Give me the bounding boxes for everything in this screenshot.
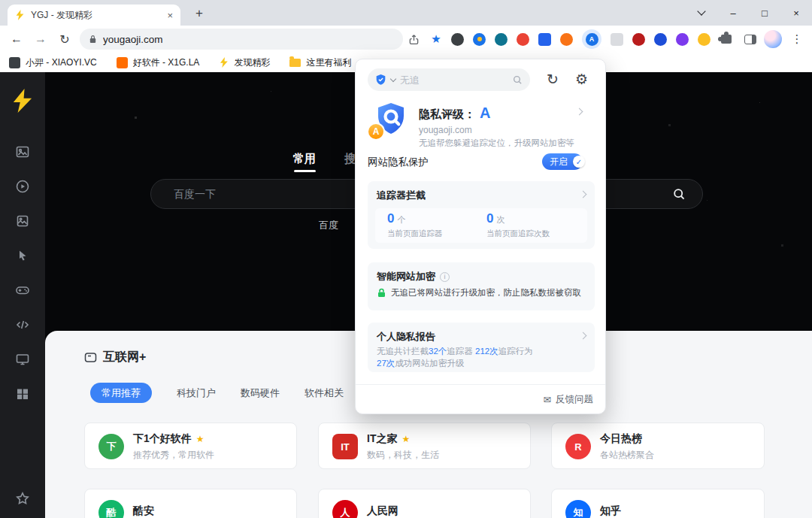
extension-icon-1[interactable] xyxy=(451,33,464,46)
windows-icon[interactable] xyxy=(15,386,30,401)
site-card[interactable]: IT IT之家★ 数码，科技，生活 xyxy=(318,423,531,469)
chevron-right-icon[interactable] xyxy=(580,191,587,198)
card-title: 人民网 xyxy=(367,504,398,518)
bookmark-item[interactable]: 发现精彩 xyxy=(219,56,270,69)
tab-title: YGJ - 发现精彩 xyxy=(31,9,161,22)
chevron-right-icon[interactable] xyxy=(580,332,587,340)
video-icon[interactable] xyxy=(15,179,30,194)
stat-value: 0 xyxy=(486,211,493,226)
extension-icon-3[interactable] xyxy=(495,33,508,46)
encryption-desc: 无追已将网站进行升级加密，防止隐私数据被窃取 xyxy=(391,287,581,298)
extension-icon-6[interactable] xyxy=(560,33,573,46)
tracker-stats: 0个 当前页面追踪器 0次 当前页面追踪次数 xyxy=(375,208,587,243)
settings-gear-icon[interactable]: ⚙ xyxy=(575,70,588,89)
site-logo[interactable] xyxy=(11,89,35,113)
card-title: 知乎 xyxy=(600,504,621,518)
report-text: 追踪行为 xyxy=(498,347,533,356)
star-icon: ★ xyxy=(196,434,205,444)
extension-icon-9[interactable] xyxy=(632,33,645,46)
extension-icon-8[interactable] xyxy=(611,33,623,46)
toggle-label: 开启 xyxy=(550,153,568,170)
tab-close-icon[interactable]: × xyxy=(167,11,173,20)
tab-underline xyxy=(294,170,316,172)
bookmark-folder[interactable]: 这里有福利 xyxy=(289,56,351,69)
window-controls: – □ × xyxy=(686,0,812,26)
image-icon[interactable] xyxy=(15,144,30,159)
rating-badge: A xyxy=(368,124,383,139)
pill-tech-portal[interactable]: 科技门户 xyxy=(177,386,216,400)
section-icon xyxy=(84,351,97,364)
site-card[interactable]: 知 知乎 xyxy=(551,489,765,518)
new-tab-button[interactable]: + xyxy=(189,4,209,23)
extension-icon-12[interactable] xyxy=(698,33,710,46)
side-panel-icon[interactable] xyxy=(740,26,761,53)
extensions-puzzle-icon[interactable] xyxy=(716,26,737,53)
tracker-card[interactable]: 追踪器拦截 0个 当前页面追踪器 0次 当前页面追踪次数 xyxy=(368,181,595,249)
popup-footer: ✉ 反馈问题 xyxy=(356,384,605,413)
popup-refresh-icon[interactable]: ↻ xyxy=(547,70,559,89)
popup-search-input[interactable] xyxy=(400,74,508,86)
tab-common[interactable]: 常用 xyxy=(293,152,316,166)
report-number: 212次 xyxy=(475,347,498,356)
site-card[interactable]: 酷 酷安 xyxy=(84,489,297,518)
wuzhui-extension-active[interactable]: A xyxy=(582,29,601,49)
search-icon[interactable] xyxy=(673,188,686,201)
close-button[interactable]: × xyxy=(780,0,812,26)
protection-toggle[interactable]: 开启 ✓ xyxy=(542,153,583,170)
display-icon[interactable] xyxy=(15,352,30,367)
address-bar[interactable] xyxy=(80,29,403,50)
report-text: 成功网站加密升级 xyxy=(395,359,464,368)
chevron-down-icon[interactable] xyxy=(390,75,396,81)
browser-tab[interactable]: YGJ - 发现精彩 × xyxy=(8,5,180,26)
games-icon[interactable] xyxy=(15,283,30,298)
extension-icon-11[interactable] xyxy=(676,33,689,46)
bookmark-favicon-icon xyxy=(117,57,128,68)
code-icon[interactable] xyxy=(15,317,30,332)
url-input[interactable] xyxy=(103,34,394,45)
feedback-link[interactable]: ✉ 反馈问题 xyxy=(544,393,593,406)
info-icon[interactable]: i xyxy=(440,272,450,282)
gallery-icon[interactable] xyxy=(15,214,30,229)
site-card[interactable]: 人 人民网 xyxy=(318,489,531,518)
pill-software[interactable]: 软件相关 xyxy=(304,386,344,400)
tab-favicon-icon xyxy=(15,10,25,20)
bookmark-item[interactable]: 小羿 - XIAOYI.VC xyxy=(9,56,97,69)
report-card[interactable]: 个人隐私报告 无追共计拦截32个追踪器 212次追踪行为 27次成功网站加密升级 xyxy=(368,323,595,372)
privacy-rating-row[interactable]: 隐私评级： A xyxy=(419,105,490,122)
forward-button[interactable]: → xyxy=(30,26,51,53)
favorites-star-icon[interactable] xyxy=(15,491,30,506)
pill-recommended[interactable]: 常用推荐 xyxy=(90,383,152,403)
protection-label: 网站隐私保护 xyxy=(368,156,429,169)
profile-avatar[interactable] xyxy=(762,26,783,53)
window-menu-button[interactable] xyxy=(686,0,717,26)
extension-icon-5[interactable] xyxy=(538,33,551,46)
maximize-button[interactable]: □ xyxy=(749,0,780,26)
bookmark-star-icon[interactable]: ★ xyxy=(426,26,447,53)
pill-hardware[interactable]: 数码硬件 xyxy=(241,386,280,400)
bookmark-label: 小羿 - XIAOYI.VC xyxy=(26,56,97,69)
extension-icon-2[interactable] xyxy=(473,33,486,46)
card-desc: 各站热榜聚合 xyxy=(600,449,654,462)
card-icon: 知 xyxy=(565,500,591,518)
engine-label[interactable]: 百度 xyxy=(319,219,338,232)
back-button[interactable]: ← xyxy=(6,26,27,53)
minimize-button[interactable]: – xyxy=(717,0,749,26)
bookmark-item[interactable]: 好软件 - X1G.LA xyxy=(117,56,200,69)
browser-menu-icon[interactable]: ⋮ xyxy=(786,26,807,53)
browser-window: YGJ - 发现精彩 × + – □ × ← → ↻ ★ A xyxy=(0,0,812,518)
extension-icon-4[interactable] xyxy=(517,33,529,46)
encryption-card[interactable]: 智能网站加密i 无追已将网站进行升级加密，防止隐私数据被窃取 xyxy=(368,262,595,310)
popup-site-desc: 无追帮您躲避追踪定位，升级网站加密等 xyxy=(419,138,574,149)
card-desc: 数码，科技，生活 xyxy=(367,449,439,462)
site-card[interactable]: 下 下1个好软件★ 推荐优秀，常用软件 xyxy=(84,423,297,469)
share-icon[interactable] xyxy=(403,26,424,53)
chevron-right-icon[interactable] xyxy=(576,108,583,116)
popup-search-box[interactable] xyxy=(368,68,530,91)
site-card[interactable]: R 今日热榜 各站热榜聚合 xyxy=(551,423,765,469)
refresh-button[interactable]: ↻ xyxy=(54,26,75,53)
cursor-icon[interactable] xyxy=(15,248,30,263)
stat-trackers: 0个 当前页面追踪器 xyxy=(387,211,443,239)
extension-icon-10[interactable] xyxy=(654,33,667,46)
report-line-1: 无追共计拦截32个追踪器 212次追踪行为 xyxy=(377,346,533,357)
popup-site-domain: yougaoji.com xyxy=(419,125,472,135)
